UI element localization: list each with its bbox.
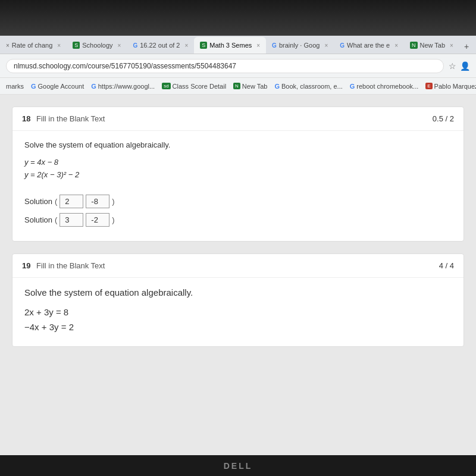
question-19-body: Solve the system of equation algebraical… xyxy=(12,278,464,346)
solution-18-val1b: -8 xyxy=(86,195,109,208)
bookmark-pablo[interactable]: E Pablo Marquez - Ac... xyxy=(425,83,476,90)
browser-window: × Rate of chang × S Schoology × G 16.22 … xyxy=(0,33,476,476)
address-input[interactable]: nlmusd.schoology.com/course/5167705190/a… xyxy=(6,59,444,73)
question-19-number: 19 xyxy=(22,261,30,270)
question-19-eq1: 2x + 3y = 8 xyxy=(24,307,452,317)
tab-close-schoology[interactable]: × xyxy=(118,42,121,49)
solution-18-lparen1: ( xyxy=(55,197,57,206)
photo-overlay xyxy=(0,0,476,36)
bookmark-reboot-label: reboot chromebook... xyxy=(356,83,418,90)
solution-18-val2b: -2 xyxy=(86,213,109,227)
bookmark-google-account-label: Google Account xyxy=(38,83,84,90)
solution-18-row1: Solution ( 2 -8 ) xyxy=(24,195,452,208)
solution-18-label1: Solution xyxy=(24,197,52,206)
question-18-eq2: y = 2(x − 3)² − 2 xyxy=(24,170,452,179)
tab-icon-newtab: N xyxy=(410,42,418,49)
bookmarks-bar: marks G Google Account G https://www.goo… xyxy=(0,78,476,95)
question-18-eq1: y = 4x − 8 xyxy=(24,158,452,167)
solution-18-val1a: 2 xyxy=(60,195,83,208)
bookmark-book[interactable]: G Book, classroom, e... xyxy=(274,83,342,90)
bookmark-marks[interactable]: marks xyxy=(6,83,24,90)
bookmark-star-icon[interactable]: ☆ xyxy=(449,61,456,71)
bookmark-new-tab[interactable]: N New Tab xyxy=(233,83,267,90)
bookmark-class-score[interactable]: sd Class Score Detail xyxy=(162,83,226,90)
tab-close-rate[interactable]: × xyxy=(57,42,61,49)
tab-brainly[interactable]: G brainly · Goog × xyxy=(266,37,334,54)
question-18-header: 18 Fill in the Blank Text 0.5 / 2 xyxy=(12,107,464,131)
bookmark-google-icon: G xyxy=(31,83,36,90)
question-18-number: 18 xyxy=(22,114,30,123)
question-19-type: Fill in the Blank Text xyxy=(36,261,105,270)
solution-18-row2: Solution ( 3 -2 ) xyxy=(24,213,452,227)
bookmark-class-score-icon: sd xyxy=(162,83,170,89)
bookmark-reboot[interactable]: G reboot chromebook... xyxy=(350,83,419,90)
tab-close-what[interactable]: × xyxy=(394,42,398,49)
question-19-score: 4 / 4 xyxy=(439,261,454,270)
question-19-title: 19 Fill in the Blank Text xyxy=(22,261,105,270)
question-18-score: 0.5 / 2 xyxy=(433,114,454,123)
solution-18-val2a: 3 xyxy=(60,213,83,227)
tab-icon-what: G xyxy=(340,42,345,49)
question-19-intro: Solve the system of equation algebraical… xyxy=(24,287,452,298)
tab-icon-rate: × xyxy=(6,42,10,49)
tab-16-22[interactable]: G 16.22 out of 2 × xyxy=(127,37,194,54)
tab-close-16[interactable]: × xyxy=(184,42,188,49)
tab-math3[interactable]: S Math 3 Semes × xyxy=(194,37,266,54)
tab-label-newtab: New Tab xyxy=(420,42,446,49)
dell-logo: DELL xyxy=(224,461,253,471)
tab-icon-brainly: G xyxy=(272,42,277,49)
tab-bar: × Rate of chang × S Schoology × G 16.22 … xyxy=(0,33,476,54)
solution-18-label2: Solution xyxy=(24,215,52,224)
question-18-body: Solve the system of equation algebraical… xyxy=(12,131,464,241)
question-19-eq2: −4x + 3y = 2 xyxy=(24,322,452,332)
bookmark-pablo-label: Pablo Marquez - Ac... xyxy=(434,83,476,90)
tab-label-math3: Math 3 Semes xyxy=(209,42,252,49)
account-icon[interactable]: 👤 xyxy=(460,61,470,71)
bookmark-google-url-label: https://www.googl... xyxy=(98,83,155,90)
bookmark-google-url-icon: G xyxy=(91,83,96,90)
bookmark-new-tab-label: New Tab xyxy=(242,83,268,90)
tab-icon-schoology: S xyxy=(73,42,80,49)
question-18-card: 18 Fill in the Blank Text 0.5 / 2 Solve … xyxy=(12,107,464,242)
bookmark-google-account[interactable]: G Google Account xyxy=(31,83,84,90)
tab-close-brainly[interactable]: × xyxy=(324,42,328,49)
solution-18-lparen2: ( xyxy=(55,215,57,224)
bookmark-google-url[interactable]: G https://www.googl... xyxy=(91,83,155,90)
bookmark-book-icon: G xyxy=(274,83,280,90)
tab-close-newtab[interactable]: × xyxy=(450,42,453,49)
bottom-bar: DELL xyxy=(0,455,476,476)
bookmark-book-label: Book, classroom, e... xyxy=(281,83,343,90)
bookmark-class-score-label: Class Score Detail xyxy=(173,83,226,90)
tab-icon-16: G xyxy=(133,42,137,49)
question-18-intro: Solve the system of equation algebraical… xyxy=(24,140,452,149)
address-bar: nlmusd.schoology.com/course/5167705190/a… xyxy=(0,54,476,78)
tab-label-what: What are the e xyxy=(347,42,390,49)
tab-what-are[interactable]: G What are the e × xyxy=(334,37,404,54)
solution-18-rparen2: ) xyxy=(112,215,114,224)
bookmark-reboot-icon: G xyxy=(350,83,355,90)
tab-label-schoology: Schoology xyxy=(82,42,112,49)
question-18-title: 18 Fill in the Blank Text xyxy=(22,114,105,123)
tab-close-math3[interactable]: × xyxy=(256,42,260,49)
solution-18-rparen1: ) xyxy=(112,197,114,206)
content-area: 18 Fill in the Blank Text 0.5 / 2 Solve … xyxy=(0,95,476,476)
tab-new-tab[interactable]: N New Tab × xyxy=(404,37,459,54)
address-icons: ☆ 👤 xyxy=(449,61,470,71)
tab-label-brainly: brainly · Goog xyxy=(279,42,320,49)
bookmark-new-tab-icon: N xyxy=(233,83,240,89)
tab-rate-of-change[interactable]: × Rate of chang × xyxy=(0,37,67,54)
new-tab-button[interactable]: + xyxy=(459,39,474,54)
tab-schoology[interactable]: S Schoology × xyxy=(67,37,127,54)
question-19-card: 19 Fill in the Blank Text 4 / 4 Solve th… xyxy=(12,253,464,347)
tab-label-rate: Rate of chang xyxy=(12,42,53,49)
tab-label-16: 16.22 out of 2 xyxy=(140,42,180,49)
tab-icon-math3: S xyxy=(200,42,207,49)
bookmark-marks-label: marks xyxy=(6,83,24,90)
question-18-type: Fill in the Blank Text xyxy=(36,114,105,123)
question-19-header: 19 Fill in the Blank Text 4 / 4 xyxy=(12,254,464,278)
bookmark-pablo-icon: E xyxy=(425,83,432,89)
